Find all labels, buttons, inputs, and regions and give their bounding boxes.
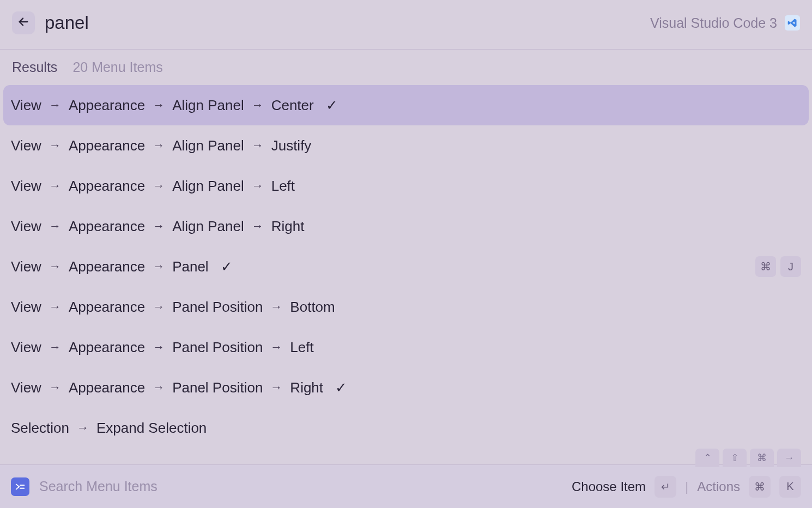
- chevron-right-icon: →: [77, 421, 89, 435]
- back-button[interactable]: [12, 11, 35, 34]
- result-row[interactable]: View→Appearance→Align Panel→Justify: [3, 125, 809, 166]
- chevron-right-icon: →: [49, 98, 61, 112]
- path-segment: View: [11, 299, 41, 316]
- result-path: View→Appearance→Align Panel→Center: [11, 97, 314, 114]
- result-path: View→Appearance→Panel Position→Right: [11, 379, 323, 396]
- result-row[interactable]: View→Appearance→Panel Position→Bottom: [3, 287, 809, 327]
- path-segment: Appearance: [69, 379, 145, 396]
- header: panel Visual Studio Code 3: [0, 0, 812, 49]
- result-row[interactable]: View→Appearance→Panel✓⌘J: [3, 246, 809, 287]
- result-row[interactable]: View→Appearance→Panel Position→Right✓: [3, 367, 809, 408]
- path-segment: Panel Position: [172, 299, 263, 316]
- actions-label: Actions: [697, 479, 740, 494]
- results-header: Results 20 Menu Items: [0, 54, 812, 85]
- path-segment: View: [11, 97, 41, 114]
- k-key[interactable]: K: [779, 476, 801, 498]
- results-label: Results: [12, 59, 57, 75]
- partial-shortcut: ⌃⇧⌘→: [695, 449, 801, 467]
- path-segment: Selection: [11, 420, 69, 437]
- path-segment: Justify: [271, 137, 312, 154]
- path-segment: View: [11, 137, 41, 154]
- path-segment: Panel Position: [172, 339, 263, 356]
- chevron-right-icon: →: [49, 340, 61, 354]
- chevron-right-icon: →: [49, 259, 61, 274]
- choose-item-label: Choose Item: [572, 479, 646, 494]
- chevron-right-icon: →: [153, 219, 165, 233]
- shortcut-key: ⇧: [723, 449, 747, 467]
- path-segment: View: [11, 339, 41, 356]
- path-segment: Expand Selection: [96, 420, 207, 437]
- result-path: View→Appearance→Align Panel→Right: [11, 218, 304, 235]
- path-segment: Align Panel: [172, 97, 244, 114]
- results-list[interactable]: View→Appearance→Align Panel→Center✓View→…: [0, 85, 812, 464]
- path-segment: Panel Position: [172, 379, 263, 396]
- chevron-right-icon: →: [153, 340, 165, 354]
- chevron-right-icon: →: [153, 179, 165, 193]
- path-segment: Appearance: [69, 97, 145, 114]
- path-segment: Align Panel: [172, 178, 244, 195]
- path-segment: Appearance: [69, 299, 145, 316]
- result-row[interactable]: View→Appearance→Align Panel→Left: [3, 166, 809, 206]
- path-segment: Center: [271, 97, 314, 114]
- path-segment: Left: [271, 178, 295, 195]
- path-segment: Bottom: [290, 299, 335, 316]
- footer-divider: |: [685, 479, 688, 494]
- result-path: View→Appearance→Panel Position→Left: [11, 339, 314, 356]
- footer-actions: Choose Item ↵ | Actions ⌘ K: [572, 476, 801, 498]
- chevron-right-icon: →: [153, 138, 165, 153]
- result-row[interactable]: Selection→Expand Selection: [3, 408, 809, 448]
- chevron-right-icon: →: [252, 138, 264, 153]
- path-segment: Align Panel: [172, 137, 244, 154]
- chevron-right-icon: →: [153, 259, 165, 274]
- result-path: View→Appearance→Panel Position→Bottom: [11, 299, 335, 316]
- shortcut: ⌘J: [755, 256, 801, 277]
- chevron-right-icon: →: [153, 300, 165, 314]
- footer: ⌃⇧⌘→ Search Menu Items Choose Item ↵ | A…: [0, 464, 812, 508]
- chevron-right-icon: →: [49, 179, 61, 193]
- chevron-right-icon: →: [49, 138, 61, 153]
- path-segment: Right: [271, 218, 305, 235]
- path-segment: Appearance: [69, 339, 145, 356]
- raycast-icon[interactable]: [11, 477, 29, 496]
- result-row[interactable]: View→Appearance→Align Panel→Center✓: [3, 85, 809, 125]
- chevron-right-icon: →: [252, 219, 264, 233]
- chevron-right-icon: →: [270, 300, 282, 314]
- chevron-right-icon: →: [270, 380, 282, 395]
- path-segment: Align Panel: [172, 218, 244, 235]
- path-segment: View: [11, 218, 41, 235]
- path-segment: Panel: [172, 258, 209, 275]
- cmd-key[interactable]: ⌘: [749, 476, 771, 498]
- result-path: View→Appearance→Align Panel→Left: [11, 178, 295, 195]
- chevron-right-icon: →: [270, 340, 282, 354]
- arrow-left-icon: [17, 16, 29, 30]
- chevron-right-icon: →: [49, 380, 61, 395]
- path-segment: Appearance: [69, 218, 145, 235]
- result-row[interactable]: View→Appearance→Panel Position→Left: [3, 327, 809, 367]
- path-segment: Appearance: [69, 178, 145, 195]
- checkmark-icon: ✓: [221, 258, 233, 275]
- search-input[interactable]: Search Menu Items: [39, 479, 562, 494]
- enter-key[interactable]: ↵: [655, 476, 676, 498]
- chevron-right-icon: →: [153, 98, 165, 112]
- path-segment: View: [11, 379, 41, 396]
- checkmark-icon: ✓: [335, 379, 347, 396]
- results-count: 20 Menu Items: [72, 59, 162, 75]
- search-query[interactable]: panel: [45, 13, 89, 33]
- result-path: View→Appearance→Panel: [11, 258, 209, 275]
- header-divider: [0, 49, 812, 50]
- vscode-icon: [785, 15, 800, 31]
- chevron-right-icon: →: [49, 219, 61, 233]
- path-segment: Left: [290, 339, 313, 356]
- result-path: Selection→Expand Selection: [11, 420, 207, 437]
- path-segment: Appearance: [69, 137, 145, 154]
- shortcut-key: →: [777, 449, 801, 467]
- result-path: View→Appearance→Align Panel→Justify: [11, 137, 311, 154]
- header-right: Visual Studio Code 3: [650, 15, 800, 31]
- path-segment: View: [11, 258, 41, 275]
- path-segment: View: [11, 178, 41, 195]
- shortcut-key: ⌘: [755, 256, 776, 277]
- result-row[interactable]: View→Appearance→Align Panel→Right: [3, 206, 809, 246]
- app-name: Visual Studio Code 3: [650, 15, 777, 31]
- checkmark-icon: ✓: [326, 97, 338, 114]
- shortcut-key: ⌘: [750, 449, 774, 467]
